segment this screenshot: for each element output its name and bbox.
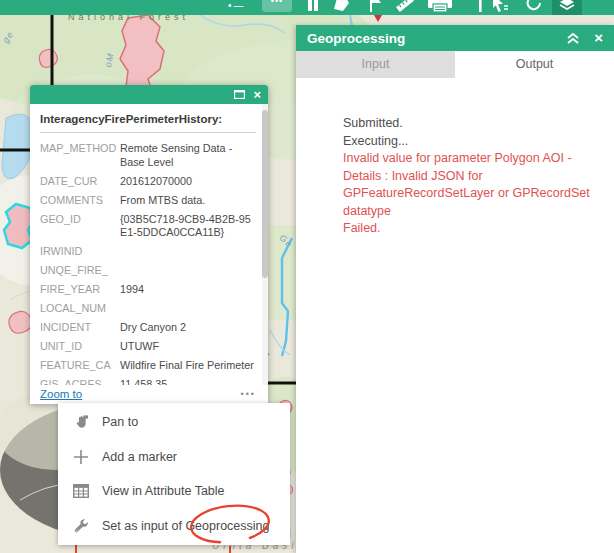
flag-icon[interactable]: [365, 0, 385, 13]
field-row: IRWINID: [40, 245, 256, 259]
popup-title: InteragencyFirePerimeterHistory:: [40, 113, 256, 125]
maximize-icon[interactable]: [234, 90, 245, 99]
context-menu: Pan to Add a marker View in Attribute Ta…: [58, 403, 290, 545]
error-line: Failed.: [343, 220, 596, 238]
field-value: Wildfire Final Fire Perimeter: [120, 359, 256, 373]
tab-output[interactable]: Output: [455, 51, 614, 78]
field-row: INCIDENTDry Canyon 2: [40, 321, 256, 335]
attribute-table-icon: [73, 483, 89, 499]
menu-item-label: Add a marker: [102, 450, 177, 464]
field-row: UNQE_FIRE_: [40, 264, 256, 278]
divider: [40, 132, 256, 133]
error-line: datatype: [343, 203, 596, 221]
menu-item-label: Set as input of Geoprocessing: [102, 519, 269, 533]
field-label: COMMENTS: [40, 194, 120, 208]
field-row: UNIT_IDUTUWF: [40, 340, 256, 354]
menu-item-label: Pan to: [102, 415, 138, 429]
field-value: 1994: [120, 283, 256, 297]
menu-item-add-marker[interactable]: Add a marker: [58, 440, 290, 475]
polygon-icon[interactable]: [331, 0, 351, 13]
pan-hand-icon: [73, 414, 89, 430]
refresh-icon[interactable]: [524, 0, 544, 13]
field-row: GEO_ID{03B5C718-9CB9-4B2B-95E1-5DDCA0CCA…: [40, 213, 256, 240]
field-value: {03B5C718-9CB9-4B2B-95E1-5DDCA0CCA11B}: [120, 213, 256, 240]
collapse-icon[interactable]: [564, 29, 584, 47]
zoom-to-link[interactable]: Zoom to: [40, 388, 241, 400]
field-value: [120, 264, 256, 278]
status-line: Submitted.: [343, 115, 596, 133]
menu-item-view-attribute-table[interactable]: View in Attribute Table: [58, 474, 290, 509]
apps-grid-icon[interactable]: •••: [262, 0, 292, 12]
field-row: FIRE_YEAR1994: [40, 283, 256, 297]
pole-icon[interactable]: [470, 0, 490, 13]
status-line: Executing...: [343, 133, 596, 151]
top-toolbar: •— •••: [0, 0, 614, 15]
add-marker-icon: [73, 449, 89, 465]
tab-input[interactable]: Input: [296, 51, 455, 78]
menu-item-label: View in Attribute Table: [102, 484, 225, 498]
field-label: UNQE_FIRE_: [40, 264, 120, 278]
popup-footer: Zoom to •••: [30, 385, 268, 404]
geoprocessing-active-icon[interactable]: [552, 0, 582, 15]
scrollbar-thumb[interactable]: [262, 110, 268, 278]
field-value: 11,458.35: [120, 378, 256, 385]
field-row: COMMENTSFrom MTBS data.: [40, 194, 256, 208]
panel-title: Geoprocessing: [307, 31, 564, 46]
overflow-dash-icon[interactable]: •—: [228, 0, 246, 11]
measure-icon[interactable]: [395, 0, 415, 13]
more-options-icon[interactable]: •••: [241, 389, 256, 399]
output-messages: Submitted. Executing... Invalid value fo…: [296, 78, 614, 238]
columns-icon[interactable]: [303, 0, 323, 13]
menu-item-set-as-input-of-geoprocessing[interactable]: Set as input of Geoprocessing: [58, 509, 290, 544]
field-row: LOCAL_NUM: [40, 302, 256, 316]
field-label: MAP_METHOD: [40, 142, 120, 169]
field-row: MAP_METHODRemote Sensing Data - Base Lev…: [40, 142, 256, 169]
error-line: Details : Invalid JSON for: [343, 168, 596, 186]
field-value: From MTBS data.: [120, 194, 256, 208]
error-line: Invalid value for parameter Polygon AOI …: [343, 150, 596, 168]
field-label: IRWINID: [40, 245, 120, 259]
error-line: GPFeatureRecordSetLayer or GPRecordSet: [343, 185, 596, 203]
field-value: Remote Sensing Data - Base Level: [120, 142, 256, 169]
field-label: INCIDENT: [40, 321, 120, 335]
field-label: DATE_CUR: [40, 175, 120, 189]
field-row: FEATURE_CAWildfire Final Fire Perimeter: [40, 359, 256, 373]
print-icon[interactable]: [424, 0, 456, 13]
field-label: GIS_ACRES: [40, 378, 120, 385]
geoprocessing-header: Geoprocessing ×: [296, 25, 614, 51]
field-value: UTUWF: [120, 340, 256, 354]
popup-body: InteragencyFirePerimeterHistory: MAP_MET…: [30, 104, 268, 385]
menu-item-pan-to[interactable]: Pan to: [58, 405, 290, 440]
feature-popup: × InteragencyFirePerimeterHistory: MAP_M…: [30, 85, 268, 404]
field-value: Dry Canyon 2: [120, 321, 256, 335]
select-cursor-icon[interactable]: [489, 0, 509, 13]
field-label: LOCAL_NUM: [40, 302, 120, 316]
geoprocessing-panel: Geoprocessing × Input Output Submitted. …: [296, 25, 614, 553]
field-value: 201612070000: [120, 175, 256, 189]
field-row: GIS_ACRES11,458.35: [40, 378, 256, 385]
close-icon[interactable]: ×: [594, 29, 603, 47]
popup-scrollbar[interactable]: [262, 104, 268, 385]
annotation-tail: [229, 546, 231, 553]
field-label: UNIT_ID: [40, 340, 120, 354]
popup-header: ×: [30, 85, 268, 104]
close-icon[interactable]: ×: [253, 88, 261, 102]
attribute-list: MAP_METHODRemote Sensing Data - Base Lev…: [40, 142, 256, 385]
field-row: DATE_CUR201612070000: [40, 175, 256, 189]
field-label: FIRE_YEAR: [40, 283, 120, 297]
wrench-icon: [73, 518, 89, 534]
panel-tabs: Input Output: [296, 51, 614, 78]
field-label: FEATURE_CA: [40, 359, 120, 373]
field-value: [120, 302, 256, 316]
field-value: [120, 245, 256, 259]
field-label: GEO_ID: [40, 213, 120, 240]
